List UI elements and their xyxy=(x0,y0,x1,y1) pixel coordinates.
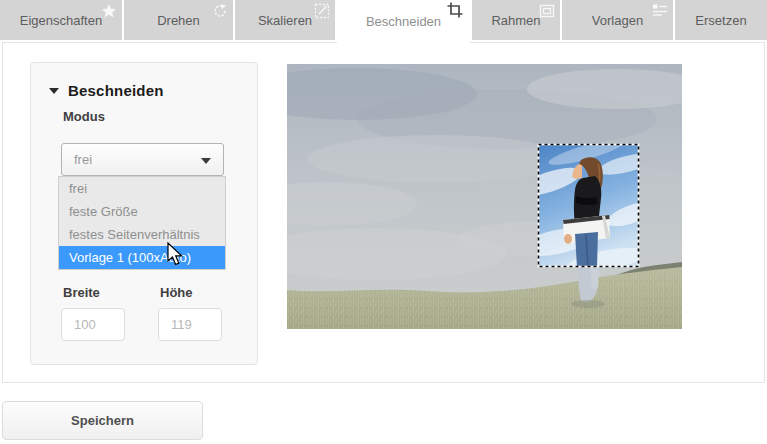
tab-label: Vorlagen xyxy=(592,13,643,28)
frame-icon xyxy=(539,3,555,19)
tab-label: Eigenschaften xyxy=(20,13,102,28)
dropdown-option-festes-seitenverhaeltnis[interactable]: festes Seitenverhältnis xyxy=(59,223,225,246)
image-editor-app: { "tabs": [ {"label": "Eigenschaften", "… xyxy=(0,0,767,444)
width-label: Breite xyxy=(63,285,100,300)
star-icon xyxy=(101,3,117,19)
image-preview[interactable] xyxy=(287,64,682,329)
tab-eigenschaften[interactable]: Eigenschaften xyxy=(0,0,122,40)
crop-panel: Beschneiden Modus frei frei feste Größe … xyxy=(30,62,258,365)
mode-select[interactable]: frei xyxy=(61,143,224,176)
tab-label: Rahmen xyxy=(491,13,540,28)
chevron-down-icon xyxy=(201,158,211,164)
tab-skalieren[interactable]: Skalieren xyxy=(235,0,335,40)
preview-photo xyxy=(287,64,682,329)
mode-dropdown-list: frei feste Größe festes Seitenverhältnis… xyxy=(58,176,226,270)
height-label: Höhe xyxy=(160,285,193,300)
tab-bar: Eigenschaften Drehen Skalieren Beschneid… xyxy=(0,0,767,40)
tab-vorlagen[interactable]: Vorlagen xyxy=(562,0,673,40)
scale-icon xyxy=(314,3,330,19)
dropdown-option-feste-groesse[interactable]: feste Größe xyxy=(59,200,225,223)
panel-title: Beschneiden xyxy=(68,82,164,99)
collapse-triangle-icon xyxy=(49,88,59,94)
mode-label: Modus xyxy=(63,109,105,124)
width-input[interactable] xyxy=(61,308,125,341)
rotate-icon xyxy=(212,3,228,19)
dropdown-option-vorlage-1[interactable]: Vorlage 1 (100xAuto) xyxy=(59,246,225,269)
tab-drehen[interactable]: Drehen xyxy=(124,0,233,40)
tab-rahmen[interactable]: Rahmen xyxy=(472,0,560,40)
tab-label: Ersetzen xyxy=(695,13,746,28)
tab-label: Drehen xyxy=(157,13,200,28)
tab-beschneiden[interactable]: Beschneiden xyxy=(337,0,470,43)
save-button[interactable]: Speichern xyxy=(2,401,203,440)
panel-header[interactable]: Beschneiden xyxy=(49,82,164,99)
tab-label: Skalieren xyxy=(258,13,312,28)
crop-icon xyxy=(447,2,463,18)
dropdown-option-frei[interactable]: frei xyxy=(59,177,225,200)
tab-ersetzen[interactable]: Ersetzen xyxy=(675,0,767,40)
tab-label: Beschneiden xyxy=(366,14,441,29)
mode-select-value: frei xyxy=(74,152,92,167)
height-input[interactable] xyxy=(158,308,222,341)
templates-icon xyxy=(652,3,668,19)
